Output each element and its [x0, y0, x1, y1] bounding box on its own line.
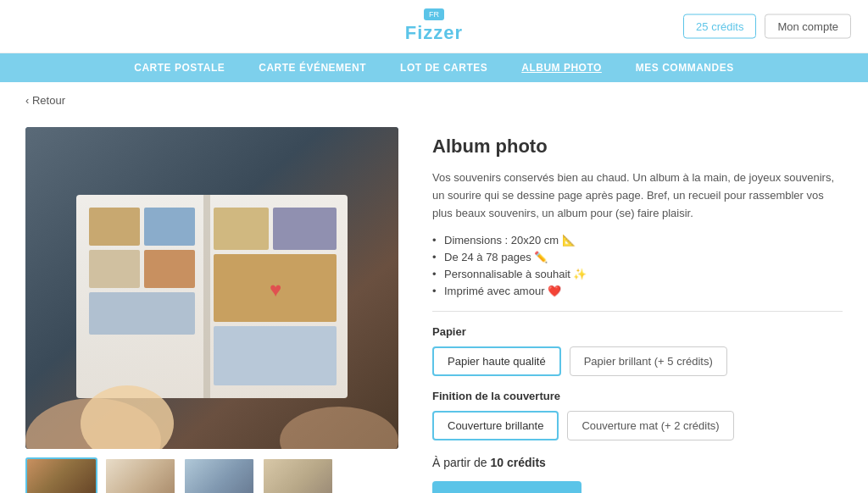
price-prefix: À partir de	[432, 456, 490, 469]
breadcrumb[interactable]: ‹ Retour	[0, 82, 868, 119]
product-image-svg: ♥	[25, 127, 398, 449]
svg-text:♥: ♥	[270, 278, 281, 301]
thumbnail-1[interactable]	[25, 457, 97, 493]
paper-label: Papier	[432, 325, 843, 338]
price-line: À partir de 10 crédits	[432, 456, 843, 469]
product-section: Album photo Vos souvenirs conservés bien…	[432, 127, 843, 493]
breadcrumb-arrow: ‹	[25, 94, 29, 107]
nav-item-carte-evenement[interactable]: CARTE ÉVÉNEMENT	[259, 62, 366, 74]
product-title: Album photo	[432, 136, 843, 158]
paper-options: Papier haute qualité Papier brillant (+ …	[432, 346, 843, 376]
nav-item-carte-postale[interactable]: CARTE POSTALE	[134, 62, 225, 74]
svg-rect-10	[273, 208, 337, 250]
feature-pages: De 24 à 78 pages ✏️	[432, 251, 843, 263]
finish-label: Finition de la couverture	[432, 390, 843, 402]
header: FR Fizzer 25 crédits Mon compte CARTE PO…	[0, 0, 868, 82]
svg-rect-3	[203, 195, 210, 398]
nav-item-album-photo[interactable]: ALBUM PHOTO	[521, 62, 602, 74]
product-features: Dimensions : 20x20 cm 📐 De 24 à 78 pages…	[432, 234, 843, 297]
main-nav: CARTE POSTALE CARTE ÉVÉNEMENT LOT DE CAR…	[0, 53, 868, 82]
breadcrumb-label: Retour	[32, 94, 65, 107]
feature-printed: Imprimé avec amour ❤️	[432, 285, 843, 297]
paper-options-group: Papier Papier haute qualité Papier brill…	[432, 325, 843, 376]
logo-text: Fizzer	[405, 22, 463, 44]
paper-haute-qualite-button[interactable]: Papier haute qualité	[432, 346, 561, 376]
svg-rect-6	[89, 250, 140, 288]
feature-dimensions: Dimensions : 20x20 cm 📐	[432, 234, 843, 246]
main-image: ♥	[25, 127, 398, 449]
logo-icon: FR	[424, 8, 444, 20]
logo: FR Fizzer	[405, 8, 463, 44]
svg-rect-5	[144, 208, 195, 246]
finish-options-group: Finition de la couverture Couverture bri…	[432, 390, 843, 440]
divider-1	[432, 311, 843, 312]
thumbnail-4[interactable]	[262, 457, 334, 493]
price-value: 10 crédits	[490, 456, 545, 469]
paper-brillant-button[interactable]: Papier brillant (+ 5 crédits)	[570, 346, 727, 376]
finish-mat-button[interactable]: Couverture mat (+ 2 crédits)	[567, 411, 733, 440]
nav-item-mes-commandes[interactable]: MES COMMANDES	[636, 62, 734, 74]
product-description: Vos souvenirs conservés bien au chaud. U…	[432, 169, 843, 222]
svg-rect-7	[144, 250, 195, 288]
feature-customizable: Personnalisable à souhait ✨	[432, 268, 843, 280]
thumbnail-strip	[25, 457, 398, 493]
svg-rect-9	[214, 208, 269, 250]
finish-options: Couverture brillante Couverture mat (+ 2…	[432, 411, 843, 440]
finish-brillante-button[interactable]: Couverture brillante	[432, 411, 559, 440]
main-content: ♥ Album phot	[0, 119, 868, 493]
image-section: ♥	[25, 127, 398, 493]
nav-item-lot-de-cartes[interactable]: LOT DE CARTES	[400, 62, 487, 74]
create-album-button[interactable]: Créer mon album	[432, 481, 581, 493]
svg-rect-8	[89, 292, 195, 335]
svg-rect-13	[214, 326, 337, 385]
account-button[interactable]: Mon compte	[765, 14, 851, 39]
thumbnail-3[interactable]	[183, 457, 255, 493]
svg-rect-4	[89, 208, 140, 246]
credits-button[interactable]: 25 crédits	[683, 14, 756, 39]
thumbnail-2[interactable]	[104, 457, 176, 493]
